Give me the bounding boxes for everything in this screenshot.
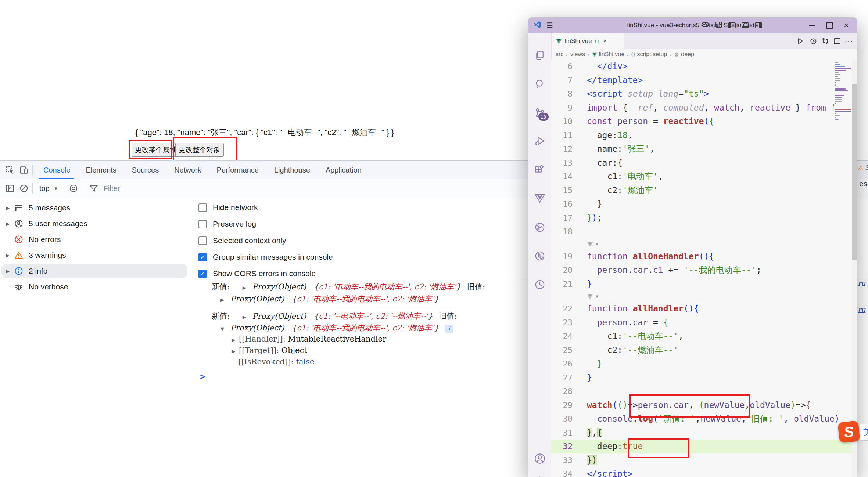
git-graph-icon[interactable] <box>534 250 546 262</box>
code-line-9[interactable]: 9import { ref, computed, watch, reactive… <box>551 101 857 115</box>
maximize-button[interactable] <box>821 18 838 33</box>
expand-caret-icon[interactable]: ▶ <box>220 297 224 303</box>
expand-caret-icon[interactable]: ▶ <box>232 337 235 343</box>
expand-caret-icon[interactable]: ▶ <box>243 314 246 320</box>
code-line-13[interactable]: 13 car:{ <box>551 156 857 170</box>
checkbox-unchecked-icon[interactable] <box>198 236 207 245</box>
close-tab-icon[interactable]: × <box>603 37 607 45</box>
timeline-icon[interactable] <box>807 35 819 47</box>
code-line-19[interactable]: 19function allOneHandler(){ <box>551 250 857 264</box>
checkbox-checked-icon[interactable]: ✓ <box>198 270 207 278</box>
console-sidebar-item-3-warnings[interactable]: ▶3 warnings <box>1 248 187 263</box>
project-manager-icon[interactable] <box>534 221 546 234</box>
vue-codelens-icon[interactable]: ▼ <box>587 291 599 302</box>
sogou-icon[interactable]: S <box>837 420 860 443</box>
console-sidebar-item-no-verbose[interactable]: No verbose <box>1 279 187 294</box>
info-badge[interactable]: i <box>445 325 453 333</box>
collapse-caret-icon[interactable]: ▼ <box>220 326 224 332</box>
code-line-33[interactable]: 33}) <box>551 453 857 467</box>
code-line-10[interactable]: 10const person = reactive({ <box>551 115 857 129</box>
checkbox-unchecked-icon[interactable] <box>198 203 207 212</box>
toggle-sidebar-icon[interactable] <box>728 22 736 28</box>
source-link-fragment[interactable]: ru <box>858 306 865 314</box>
code-line-31[interactable]: 31},{ <box>551 426 857 440</box>
vue-codelens-icon[interactable]: ▼ <box>587 239 599 250</box>
code-line-32[interactable]: 32 deep:true <box>551 440 857 453</box>
vue-extension-icon[interactable] <box>534 192 546 205</box>
devtools-tab-lighthouse[interactable]: Lighthouse <box>266 161 318 179</box>
disclosure-caret-icon[interactable]: ▶ <box>1 253 14 258</box>
breadcrumb-deep[interactable]: deep <box>681 51 694 58</box>
code-line-26[interactable]: 26 } <box>551 357 857 371</box>
inspect-icon[interactable] <box>4 165 15 176</box>
code-line-18[interactable]: 18 <box>551 225 857 239</box>
code-line-16[interactable]: 16 } <box>551 197 857 211</box>
console-sidebar-item-5-user-messages[interactable]: ▶5 user messages <box>1 216 187 231</box>
live-expression-icon[interactable] <box>68 183 79 194</box>
breadcrumb[interactable]: src› views› linShi.vue› {} script setup›… <box>551 49 857 59</box>
source-control-icon[interactable]: 18 <box>534 106 546 119</box>
code-line-8[interactable]: 8<script setup lang="ts"> <box>551 87 857 101</box>
ime-mode-badge[interactable]: 英 <box>860 424 868 441</box>
source-link-fragment[interactable]: ru <box>858 279 865 287</box>
expand-caret-icon[interactable]: ▶ <box>243 285 246 290</box>
breadcrumb-views[interactable]: views <box>570 51 585 58</box>
code-line-14[interactable]: 14 c1:'电动车', <box>551 170 857 184</box>
code-line-25[interactable]: 25 c2:'--燃油车--' <box>551 343 857 357</box>
code-line-11[interactable]: 11 age:18, <box>551 129 857 142</box>
editor-scrollbar[interactable] <box>852 59 857 477</box>
close-button[interactable]: × <box>838 18 855 33</box>
devtools-tab-elements[interactable]: Elements <box>78 161 124 179</box>
customize-layout-icon[interactable] <box>715 21 722 29</box>
checkbox-group-similar-messages-in-console[interactable]: ✓Group similar messages in console <box>198 252 333 263</box>
devtools-tab-application[interactable]: Application <box>318 161 369 179</box>
code-line-27[interactable]: 27} <box>551 371 857 385</box>
code-line-22[interactable]: 22function allHandler(){ <box>551 302 857 316</box>
console-sidebar-item-5-messages[interactable]: ▶5 messages <box>1 200 187 215</box>
disclosure-caret-icon[interactable]: ▶ <box>1 268 14 274</box>
console-prompt[interactable]: > <box>200 371 205 382</box>
clear-console-icon[interactable] <box>18 183 29 194</box>
code-line-20[interactable]: 20 person.car.c1 += '--我的电动车--'; <box>551 263 857 277</box>
warning-count-chip[interactable]: ⚠3 <box>858 164 868 172</box>
toggle-panel-icon[interactable] <box>742 22 749 28</box>
code-line-6[interactable]: 6 </div> <box>551 59 857 73</box>
code-line-12[interactable]: 12 name:'张三', <box>551 142 857 156</box>
minimize-button[interactable] <box>803 18 820 33</box>
account-icon[interactable] <box>534 452 546 465</box>
checkbox-show-cors-errors-in-console[interactable]: ✓Show CORS errors in console <box>198 268 316 279</box>
split-editor-icon[interactable] <box>831 35 843 47</box>
breadcrumb-src[interactable]: src <box>556 51 563 58</box>
settings-gear-icon[interactable]: 1 <box>534 476 546 477</box>
scrollbar-thumb[interactable] <box>852 84 857 260</box>
checkbox-unchecked-icon[interactable] <box>198 220 207 228</box>
devtools-tab-sources[interactable]: Sources <box>124 161 166 179</box>
run-debug-icon[interactable] <box>534 135 546 148</box>
run-file-icon[interactable] <box>795 35 806 47</box>
checkbox-selected-context-only[interactable]: Selected context only <box>198 235 286 246</box>
console-sidebar-item-2-info[interactable]: ▶2 info <box>1 264 187 278</box>
devtools-tab-network[interactable]: Network <box>166 161 209 179</box>
console-sidebar-toggle-icon[interactable] <box>4 183 15 194</box>
open-changes-icon[interactable] <box>819 35 831 47</box>
disclosure-caret-icon[interactable]: ▶ <box>1 221 14 227</box>
context-selector[interactable]: top <box>39 184 50 193</box>
breadcrumb-file[interactable]: linShi.vue <box>599 51 624 58</box>
checkbox-hide-network[interactable]: Hide network <box>198 202 258 213</box>
code-line-34[interactable]: 34</script> <box>551 467 857 477</box>
code-line-7[interactable]: 7</template> <box>551 73 857 87</box>
expand-caret-icon[interactable]: ▶ <box>232 348 235 354</box>
code-line-23[interactable]: 23 person.car = { <box>551 316 857 330</box>
devtools-tab-performance[interactable]: Performance <box>209 161 267 179</box>
more-actions-icon[interactable]: ··· <box>843 35 855 47</box>
console-sidebar-item-no-errors[interactable]: No errors <box>1 232 187 247</box>
code-line-17[interactable]: 17}); <box>551 211 857 225</box>
vscode-titlebar[interactable]: ☰ linShi.vue - vue3-echarts5 - Visual St… <box>528 18 857 33</box>
explorer-icon[interactable] <box>534 49 546 62</box>
toggle-secondary-sidebar-icon[interactable] <box>755 22 762 28</box>
tab-linshi-vue[interactable]: linShi.vue U × <box>551 33 624 49</box>
checkbox-checked-icon[interactable]: ✓ <box>198 253 207 261</box>
code-line-15[interactable]: 15 c2:'燃油车' <box>551 184 857 198</box>
devtools-tab-console[interactable]: Console <box>36 161 78 179</box>
filter-input[interactable]: Filter <box>104 184 120 193</box>
